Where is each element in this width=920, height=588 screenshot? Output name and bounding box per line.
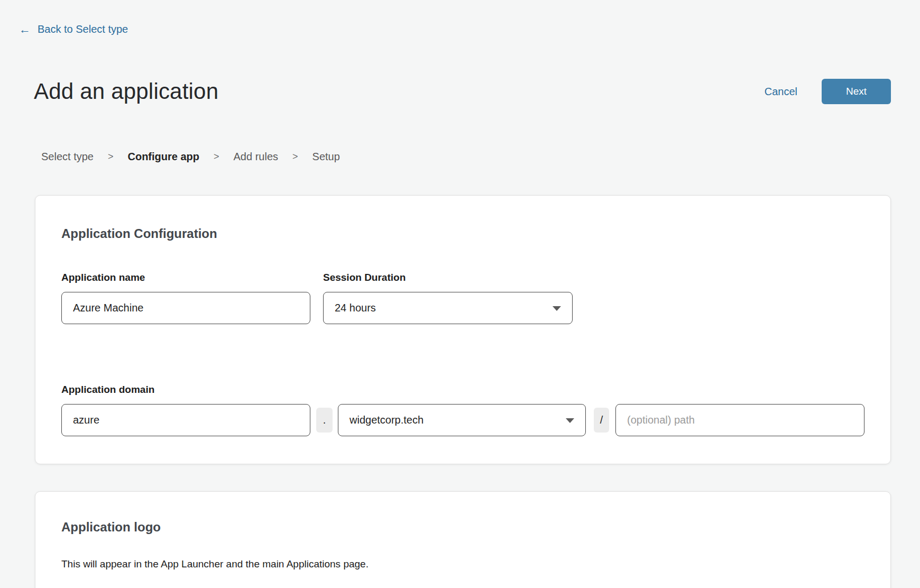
application-logo-card: Application logo This will appear in the…	[35, 491, 891, 588]
domain-select-value: widgetcorp.tech	[349, 414, 424, 426]
back-link-label: Back to Select type	[38, 23, 128, 35]
cancel-button[interactable]: Cancel	[765, 86, 797, 98]
application-name-label: Application name	[61, 272, 310, 283]
slash-separator: /	[594, 408, 609, 433]
breadcrumb-item-select-type[interactable]: Select type	[41, 151, 94, 163]
application-configuration-title: Application Configuration	[61, 226, 864, 241]
breadcrumb-separator: >	[214, 151, 219, 162]
back-link[interactable]: ← Back to Select type	[19, 23, 128, 35]
application-configuration-card: Application Configuration Application na…	[35, 195, 891, 464]
path-input[interactable]	[615, 404, 864, 436]
application-logo-description: This will appear in the App Launcher and…	[61, 558, 864, 570]
breadcrumb-separator: >	[292, 151, 298, 162]
breadcrumb-item-add-rules: Add rules	[234, 151, 279, 163]
application-name-field: Application name	[61, 272, 310, 324]
domain-select[interactable]: widgetcorp.tech	[338, 404, 586, 436]
session-duration-field: Session Duration 24 hours	[323, 272, 573, 324]
page-header: Add an application Cancel Next	[34, 79, 891, 104]
session-duration-select[interactable]: 24 hours	[323, 292, 573, 324]
session-duration-value: 24 hours	[335, 302, 376, 314]
dot-separator: .	[316, 408, 333, 433]
session-duration-label: Session Duration	[323, 272, 573, 283]
application-name-input[interactable]	[61, 292, 310, 324]
breadcrumb: Select type > Configure app > Add rules …	[41, 151, 920, 163]
name-session-row: Application name Session Duration 24 hou…	[61, 272, 864, 324]
back-arrow-icon: ←	[19, 24, 31, 35]
header-actions: Cancel Next	[765, 79, 891, 104]
application-domain-row: . widgetcorp.tech /	[61, 404, 864, 436]
breadcrumb-separator: >	[108, 151, 114, 162]
breadcrumb-item-setup: Setup	[312, 151, 340, 163]
chevron-down-icon	[553, 306, 561, 311]
subdomain-input[interactable]	[61, 404, 310, 436]
next-button[interactable]: Next	[822, 79, 891, 104]
application-logo-title: Application logo	[61, 520, 864, 535]
chevron-down-icon	[566, 418, 574, 423]
page-title: Add an application	[34, 79, 218, 104]
breadcrumb-item-configure-app: Configure app	[127, 151, 199, 163]
application-domain-label: Application domain	[61, 384, 864, 396]
